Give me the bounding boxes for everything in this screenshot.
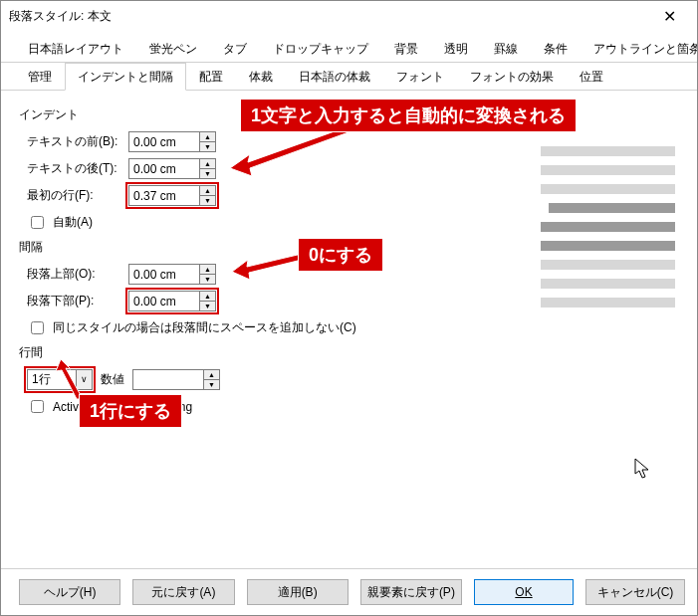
down-icon[interactable]: ▼: [204, 380, 219, 389]
tab-日本語の体裁[interactable]: 日本語の体裁: [286, 63, 383, 91]
tab-背景[interactable]: 背景: [381, 35, 431, 63]
tab-フォント[interactable]: フォント: [383, 63, 457, 91]
parent-button[interactable]: 親要素に戻す(P): [360, 579, 462, 605]
callout-firstline: 1文字と入力すると自動的に変換される: [240, 99, 577, 132]
mouse-cursor: [634, 458, 652, 480]
cancel-button[interactable]: キャンセル(C): [585, 579, 685, 605]
up-icon[interactable]: ▲: [200, 159, 215, 169]
tab-罫線[interactable]: 罫線: [481, 35, 531, 63]
tab-配置[interactable]: 配置: [186, 63, 236, 91]
first-line-spinner[interactable]: ▲▼: [128, 185, 216, 206]
below-spinner[interactable]: ▲▼: [128, 291, 216, 311]
tab-管理[interactable]: 管理: [15, 63, 65, 91]
window-title: 段落スタイル: 本文: [9, 8, 649, 25]
ok-button[interactable]: OK: [474, 579, 574, 605]
svg-marker-2: [56, 359, 83, 399]
first-line-label: 最初の行(F):: [19, 187, 128, 204]
numval-input[interactable]: [133, 370, 203, 389]
down-icon[interactable]: ▼: [200, 169, 215, 178]
apply-button[interactable]: 適用(B): [247, 579, 349, 605]
down-icon[interactable]: ▼: [200, 196, 215, 205]
up-icon[interactable]: ▲: [200, 292, 215, 302]
up-icon[interactable]: ▲: [200, 186, 215, 196]
close-icon[interactable]: ✕: [649, 7, 689, 26]
before-spinner[interactable]: ▲▼: [128, 131, 216, 152]
pagespacing-checkbox[interactable]: [31, 400, 44, 413]
reset-button[interactable]: 元に戻す(A): [132, 579, 234, 605]
below-label: 段落下部(P):: [19, 293, 128, 309]
up-icon[interactable]: ▲: [200, 265, 215, 275]
help-button[interactable]: ヘルプ(H): [19, 579, 120, 605]
tab-体裁[interactable]: 体裁: [236, 63, 286, 91]
nospace-label: 同じスタイルの場合は段落間にスペースを追加しない(C): [53, 319, 356, 336]
tab-透明[interactable]: 透明: [431, 35, 481, 63]
tab-アウトラインと箇条書き[interactable]: アウトラインと箇条書き: [581, 35, 698, 63]
leading-heading: 行間: [19, 344, 679, 361]
after-spinner[interactable]: ▲▼: [128, 158, 216, 179]
after-label: テキストの後(T):: [19, 160, 128, 177]
tab-蛍光ペン[interactable]: 蛍光ペン: [136, 35, 210, 63]
up-icon[interactable]: ▲: [204, 370, 219, 380]
down-icon[interactable]: ▼: [200, 302, 215, 310]
tab-ドロップキャップ[interactable]: ドロップキャップ: [260, 35, 381, 63]
up-icon[interactable]: ▲: [200, 132, 215, 142]
auto-label: 自動(A): [53, 214, 93, 231]
tab-タブ[interactable]: タブ: [210, 35, 260, 63]
nospace-checkbox[interactable]: [31, 321, 44, 334]
above-label: 段落上部(O):: [19, 266, 128, 283]
tab-インデントと間隔[interactable]: インデントと間隔: [65, 63, 186, 91]
above-spinner[interactable]: ▲▼: [128, 264, 216, 285]
tab-条件[interactable]: 条件: [531, 35, 581, 63]
first-line-input[interactable]: [129, 186, 199, 205]
tab-位置[interactable]: 位置: [567, 63, 616, 91]
down-icon[interactable]: ▼: [200, 275, 215, 284]
below-input[interactable]: [129, 292, 199, 310]
callout-zero: 0にする: [298, 238, 383, 272]
auto-checkbox[interactable]: [31, 216, 44, 229]
after-input[interactable]: [129, 159, 199, 178]
before-input[interactable]: [129, 132, 199, 151]
before-label: テキストの前(B):: [19, 133, 128, 150]
above-input[interactable]: [129, 265, 199, 284]
tab-日本語レイアウト[interactable]: 日本語レイアウト: [15, 35, 136, 63]
down-icon[interactable]: ▼: [200, 142, 215, 151]
numval-label: 数値: [101, 371, 124, 388]
numval-spinner[interactable]: ▲▼: [132, 369, 220, 390]
svg-marker-1: [232, 254, 302, 280]
tab-フォントの効果[interactable]: フォントの効果: [457, 63, 567, 91]
callout-oneline: 1行にする: [79, 394, 182, 428]
preview-pane: [541, 146, 675, 316]
